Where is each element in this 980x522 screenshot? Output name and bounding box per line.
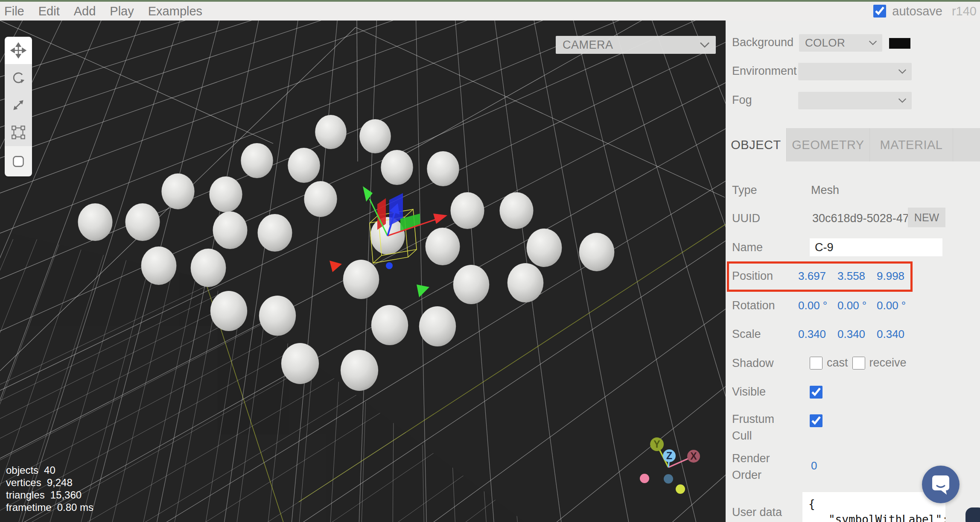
sphere[interactable]: [78, 203, 113, 241]
sphere[interactable]: [427, 151, 459, 186]
scale-z-field[interactable]: 0.340: [877, 326, 916, 343]
frustum-cull-checkbox[interactable]: [810, 414, 822, 427]
tab-object[interactable]: OBJECT: [726, 128, 787, 161]
rotate-tool-button[interactable]: [5, 64, 32, 91]
sphere[interactable]: [453, 265, 490, 304]
sphere[interactable]: [258, 214, 292, 252]
select-box-tool-button[interactable]: [5, 119, 32, 146]
sphere[interactable]: [343, 260, 379, 299]
sphere[interactable]: [213, 211, 248, 249]
menu-play[interactable]: Play: [110, 4, 134, 18]
sphere[interactable]: [241, 143, 273, 178]
chevron-down-icon: [869, 40, 877, 46]
shadow-row: Shadow cast receive: [726, 355, 980, 373]
grid-line: [222, 21, 298, 522]
axis-label: X: [690, 451, 697, 462]
menu-file[interactable]: File: [4, 4, 24, 18]
name-input[interactable]: [810, 238, 942, 256]
fog-select[interactable]: [798, 92, 912, 109]
axis-neg-x[interactable]: [640, 474, 649, 483]
sphere[interactable]: [579, 233, 615, 271]
axis-neg-y[interactable]: [676, 484, 685, 494]
sphere[interactable]: [141, 246, 177, 285]
stat-value: 0.80 ms: [57, 501, 93, 513]
user-data-label: User data: [732, 504, 782, 521]
axis-neg-z[interactable]: [664, 474, 673, 484]
toolbar: [5, 37, 32, 176]
sphere[interactable]: [259, 296, 296, 336]
sphere[interactable]: [281, 343, 319, 384]
sphere[interactable]: [304, 181, 337, 217]
sphere[interactable]: [450, 192, 484, 229]
sphere[interactable]: [381, 150, 413, 185]
environment-label: Environment: [732, 63, 797, 79]
user-data-editor[interactable]: { "symbolWithLabel":: [802, 492, 945, 522]
grid-line: [534, 21, 632, 522]
scale-x-field[interactable]: 0.340: [798, 326, 837, 343]
viewport[interactable]: YZX: [0, 21, 726, 522]
visible-checkbox[interactable]: [810, 386, 822, 399]
position-z-field[interactable]: 9.998: [877, 268, 916, 284]
uuid-label: UUID: [732, 210, 760, 227]
sphere[interactable]: [288, 148, 320, 183]
camera-select[interactable]: CAMERA: [556, 36, 716, 54]
menu-examples[interactable]: Examples: [148, 4, 202, 18]
sphere[interactable]: [419, 306, 456, 346]
sphere[interactable]: [371, 305, 408, 345]
background-type-select[interactable]: COLOR: [799, 34, 882, 52]
visible-label: Visible: [732, 384, 766, 400]
tab-geometry[interactable]: GEOMETRY: [787, 128, 870, 161]
sphere[interactable]: [161, 173, 194, 209]
shadow-cast-checkbox[interactable]: [810, 357, 822, 370]
sphere[interactable]: [508, 263, 544, 302]
chevron-down-icon: [898, 69, 907, 74]
frustum-cull-label: Frustum Cull: [732, 411, 796, 444]
sphere[interactable]: [527, 229, 562, 267]
position-y-field[interactable]: 3.558: [837, 268, 877, 284]
sphere[interactable]: [209, 176, 242, 212]
rotation-x-field[interactable]: 0.00 °: [798, 297, 837, 314]
autosave-checkbox[interactable]: [873, 5, 886, 18]
translate-tool-button[interactable]: [5, 37, 32, 64]
sphere[interactable]: [125, 203, 160, 241]
sphere[interactable]: [499, 192, 533, 229]
gizmo-marker-red: [330, 261, 342, 272]
grid-line: [690, 21, 726, 522]
menubar: File Edit Add Play Examples autosave r14…: [0, 2, 980, 21]
threejs-editor-window: File Edit Add Play Examples autosave r14…: [0, 0, 980, 522]
chat-launcher-button[interactable]: [922, 466, 960, 503]
rotation-y-field[interactable]: 0.00 °: [837, 297, 877, 314]
sphere[interactable]: [359, 119, 391, 153]
position-label: Position: [732, 268, 773, 284]
menu-edit[interactable]: Edit: [38, 4, 60, 18]
sphere[interactable]: [341, 350, 378, 391]
scale-tool-button[interactable]: [5, 91, 32, 119]
scale-row: Scale 0.340 0.340 0.340: [726, 326, 980, 343]
rotation-row: Rotation 0.00 ° 0.00 ° 0.00 °: [726, 297, 980, 314]
rotation-label: Rotation: [732, 297, 775, 314]
chevron-down-icon: [898, 98, 907, 103]
background-color-swatch[interactable]: [889, 38, 910, 49]
grid-line: [612, 21, 726, 522]
menu-add[interactable]: Add: [74, 4, 96, 18]
shadow-receive-checkbox[interactable]: [852, 357, 865, 370]
uuid-new-button[interactable]: NEW: [908, 208, 945, 227]
sphere[interactable]: [191, 249, 226, 287]
rotation-z-field[interactable]: 0.00 °: [877, 297, 916, 314]
shadow-cast-label: cast: [827, 356, 848, 370]
autosave-label: autosave: [892, 4, 942, 18]
axis-view-helper[interactable]: YZX: [640, 437, 700, 494]
sphere[interactable]: [315, 115, 347, 149]
scale-y-field[interactable]: 0.340: [837, 326, 877, 343]
visible-row: Visible: [726, 384, 980, 401]
render-order-field[interactable]: 0: [811, 459, 817, 472]
viewport-canvas[interactable]: YZX: [0, 21, 726, 522]
sphere[interactable]: [210, 291, 247, 331]
scale-icon: [10, 97, 26, 113]
sphere[interactable]: [426, 228, 460, 265]
screen-space-toggle-button[interactable]: [5, 146, 32, 176]
tab-material[interactable]: MATERIAL: [870, 128, 953, 161]
position-x-field[interactable]: 3.697: [798, 268, 837, 284]
environment-select[interactable]: [798, 63, 912, 80]
grid-line: [108, 239, 180, 522]
